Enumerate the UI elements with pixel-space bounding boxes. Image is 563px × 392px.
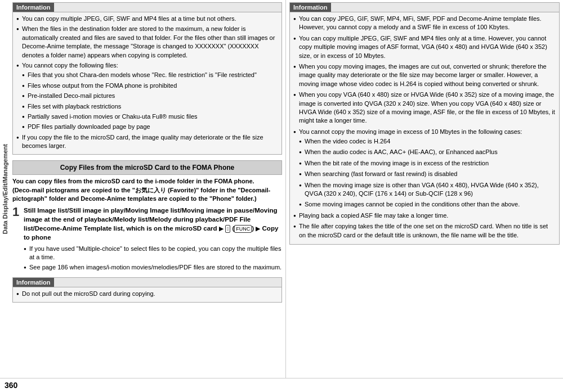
left-info-content-bottom: Do not pull out the microSD card during … [13,287,282,302]
page-number: 360 [5,381,17,390]
sub-list-item: Partially saved i-motion movies or Chaku… [22,112,278,121]
step-1: 1 Still Image list/Still image in play/M… [12,206,282,274]
list-item: Do not pull out the microSD card during … [16,290,278,298]
right-info-header: Information [290,3,331,12]
sidebar-text: Data Display/Edit/Management [2,144,8,234]
left-info-header-bottom: Information [13,278,54,287]
list-item: Playing back a copied ASF file may take … [293,211,556,220]
sub-list-item: Files whose output from the FOMA phone i… [22,82,278,90]
sub-list-item: Files set with playback restrictions [22,102,278,111]
list-item: You can copy multiple JPEG, GIF, SWF and… [16,15,278,23]
section-header: Copy Files from the microSD Card to the … [12,160,282,175]
right-info-box: Information You can copy JPEG, GIF, SWF,… [289,2,560,245]
sub-list-item: PDF files partially downloaded page by p… [22,123,278,131]
sidebar-label: Data Display/Edit/Management [0,0,10,378]
list-item: The file after copying takes the title o… [293,222,556,240]
step-bullet-item: If you have used "Multiple-choice" to se… [24,245,282,262]
left-column: Information You can copy multiple JPEG, … [10,0,286,378]
func-icon:  [225,225,230,233]
list-item: You cannot copy the following files: Fil… [16,61,278,132]
step-number: 1 [12,206,21,274]
sub-list-item: When the audio codec is AAC, AAC+ (HE-AA… [299,148,556,156]
step-text: Still Image list/Still image in play/Mov… [24,206,282,242]
sub-list-item: Pre-installed Deco-mail pictures [22,92,278,100]
list-item: You can copy multiple JPEG, GIF, SWF and… [293,34,556,60]
sub-list-item: When the bit rate of the moving image is… [299,159,556,168]
func-label: FUNC [234,225,252,233]
sub-list-item: Some moving images cannot be copied in t… [299,200,556,209]
func-icon-wrapper:  (FUNC) [225,225,256,232]
sub-list-item: When the video codec is H.264 [299,137,556,146]
section-intro: You can copy files from the microSD card… [12,177,282,203]
step-bullets: If you have used "Multiple-choice" to se… [24,245,282,272]
step-bullet-item: See page 186 when images/i-motion movies… [24,263,282,272]
list-item: You cannot copy the moving image in exce… [293,128,556,209]
list-item: You can copy JPEG, GIF, SWF, MP4, MFi, S… [293,15,556,32]
arrow-icon: ▶ [219,226,224,232]
list-item: When you copy VGA (640 x 480) size or HV… [293,91,556,125]
page-footer: 360 [0,378,563,392]
sub-list-item: When searching (fast forward or fast rew… [299,170,556,178]
list-item: When you copy moving images, the images … [293,62,556,88]
right-column: Information You can copy JPEG, GIF, SWF,… [286,0,563,378]
left-info-box-bottom: Information Do not pull out the microSD … [12,277,282,303]
left-info-content-top: You can copy multiple JPEG, GIF, SWF and… [13,12,282,154]
sub-list-item: Files that you shot Chara-den models who… [22,71,278,79]
left-info-box-top: Information You can copy multiple JPEG, … [12,2,282,155]
step-content: Still Image list/Still image in play/Mov… [24,206,282,274]
list-item: If you copy the file to the microSD card… [16,133,278,151]
right-info-content: You can copy JPEG, GIF, SWF, MP4, MFi, S… [290,12,559,244]
list-item: When the files in the destination folder… [16,25,278,60]
left-info-header-top: Information [13,3,54,12]
arrow-icon-2: ▶ [256,226,260,232]
sub-list-item: When the moving image size is other than… [299,181,556,199]
